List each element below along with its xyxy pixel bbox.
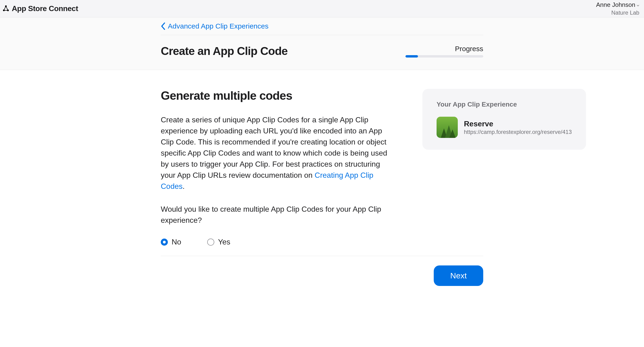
user-menu[interactable]: Anne Johnson ⌵ Nature Lab <box>596 1 639 16</box>
app-clip-icon <box>436 117 458 138</box>
radio-option-yes[interactable]: Yes <box>207 238 230 246</box>
progress-label: Progress <box>406 45 483 53</box>
experience-card-label: Your App Clip Experience <box>436 101 572 108</box>
user-name-row: Anne Johnson ⌵ <box>596 1 639 9</box>
body-post: . <box>183 182 185 190</box>
brand-area: App Store Connect <box>2 4 78 13</box>
radio-no-input[interactable] <box>161 238 168 246</box>
radio-yes-input[interactable] <box>207 238 214 246</box>
app-store-connect-icon <box>2 5 10 13</box>
section-heading: Generate multiple codes <box>161 89 394 102</box>
right-column: Your App Clip Experience Reserve https:/… <box>422 89 586 246</box>
back-link-label: Advanced App Clip Experiences <box>168 22 268 30</box>
experience-card: Your App Clip Experience Reserve https:/… <box>422 89 586 150</box>
chevron-left-icon <box>161 22 166 30</box>
body-pre: Create a series of unique App Clip Codes… <box>161 116 387 180</box>
question-text: Would you like to create multiple App Cl… <box>161 204 394 226</box>
radio-no-label: No <box>172 238 181 246</box>
top-bar: App Store Connect Anne Johnson ⌵ Nature … <box>0 0 644 18</box>
page-title: Create an App Clip Code <box>161 44 288 58</box>
sub-header: Advanced App Clip Experiences Create an … <box>0 18 644 70</box>
chevron-down-icon: ⌵ <box>637 2 639 8</box>
title-row: Create an App Clip Code Progress <box>161 35 483 70</box>
next-button[interactable]: Next <box>434 266 483 286</box>
experience-name: Reserve <box>464 120 572 128</box>
radio-group: No Yes <box>161 238 394 246</box>
radio-option-no[interactable]: No <box>161 238 181 246</box>
section-body: Create a series of unique App Clip Codes… <box>161 114 394 192</box>
experience-text: Reserve https://camp.forestexplorer.org/… <box>464 120 572 135</box>
breadcrumb-row: Advanced App Clip Experiences <box>161 18 483 35</box>
app-title: App Store Connect <box>12 4 78 13</box>
progress-fill <box>406 55 418 58</box>
user-name: Anne Johnson <box>596 1 635 9</box>
org-name: Nature Lab <box>596 9 639 16</box>
radio-yes-label: Yes <box>218 238 230 246</box>
main-content: Generate multiple codes Create a series … <box>80 70 564 295</box>
footer-row: Next <box>161 256 483 295</box>
experience-url: https://camp.forestexplorer.org/reserve/… <box>464 129 572 135</box>
progress-area: Progress <box>406 45 483 58</box>
back-link[interactable]: Advanced App Clip Experiences <box>161 22 268 30</box>
left-column: Generate multiple codes Create a series … <box>161 89 394 246</box>
progress-bar <box>406 55 483 58</box>
experience-row: Reserve https://camp.forestexplorer.org/… <box>436 117 572 138</box>
